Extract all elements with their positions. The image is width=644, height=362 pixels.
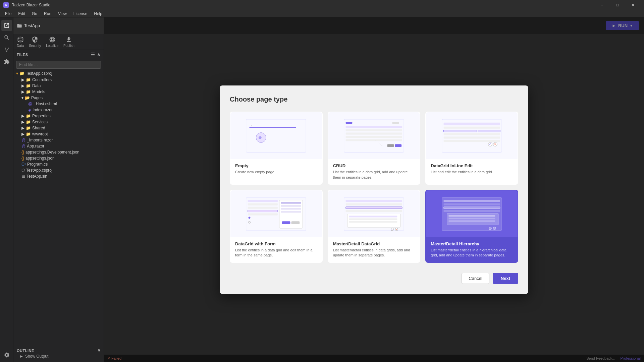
folder-icon: ▾ [16,71,18,76]
file-icon: ⬡ [21,168,25,173]
tree-item-host[interactable]: @ _Host.cshtml [13,101,104,107]
folder-open-icon: 📂 [25,96,30,100]
tree-label: Data [32,83,104,88]
svg-rect-28 [443,136,500,138]
menu-help[interactable]: Help [91,10,106,17]
card-preview-master-detail-hierarchy [426,190,518,237]
svg-rect-23 [443,123,500,125]
titlebar: R Radzen Blazor Studio − □ ✕ [0,0,644,10]
svg-rect-17 [346,136,402,138]
menu-edit[interactable]: Edit [15,10,29,17]
next-button[interactable]: Next [493,273,518,284]
toolbar-security-btn[interactable]: Security [29,36,41,48]
page-type-crud[interactable]: CRUD List the entities in a data grid, a… [328,112,421,185]
svg-point-72 [493,227,496,230]
activity-git[interactable] [1,44,12,55]
card-info-empty: Empty Create new empty page [230,159,322,179]
tree-item-services[interactable]: ▶ 📁 Services [13,119,104,125]
outline-title: OUTLINE [17,349,34,353]
svg-rect-68 [448,215,495,217]
svg-rect-26 [478,130,500,132]
chevron-right-icon: ▶ [21,77,24,82]
file-tree: ▾ 📁 TestApp.csproj + ▶ 📁 Controllers ▶ 📁… [13,70,104,179]
svg-rect-6 [246,119,306,153]
svg-rect-36 [248,203,278,205]
page-type-datagrid-inline[interactable]: ✓ ✕ DataGrid InLine Edit List and edit t… [425,112,518,185]
svg-rect-15 [346,129,402,131]
chevron-right-icon: ▶ [21,83,24,88]
card-desc-datagrid-form: List the entities in a data grid and edi… [235,248,317,258]
activity-bar [0,17,13,362]
collapse-icon[interactable]: ∧ [97,52,101,57]
folder-icon: 📁 [26,77,31,82]
chevron-right-icon: ▶ [21,126,24,130]
page-type-datagrid-form[interactable]: DataGrid with Form List the entities in … [230,190,323,263]
maximize-button[interactable]: □ [610,0,625,10]
folder-icon: 📁 [26,126,31,130]
svg-text:✕: ✕ [395,228,397,231]
page-type-master-detail-hierarchy[interactable]: Master/Detail Hierarchy List master/deta… [425,190,518,263]
activity-explorer[interactable] [1,20,12,31]
layout-icon[interactable]: ☰ [91,52,95,57]
tree-item-testapp-sln[interactable]: ▦ TestApp.sln [13,173,104,179]
toolbar-publish-label: Publish [63,44,74,48]
folder-icon: 📁 [26,83,31,88]
toolbar-publish-btn[interactable]: Publish [63,36,74,48]
page-type-empty[interactable]: + @ Empty Create new empty page [230,112,323,185]
tree-item-index[interactable]: ◈ Index.razor [13,107,104,113]
tree-label: TestApp.csproj [26,71,99,76]
tree-item-pages[interactable]: ▾ 📂 Pages [13,95,104,101]
tree-item-wwwroot[interactable]: ▶ 📁 wwwroot [13,131,104,137]
menu-file[interactable]: File [2,10,15,17]
menu-license[interactable]: License [70,10,91,17]
tree-item-appsettings[interactable]: {} appsettings.json [13,155,104,161]
file-icon: ◈ [28,108,31,112]
tree-item-imports[interactable]: @ _Imports.razor [13,137,104,143]
svg-rect-16 [346,132,402,134]
activity-settings[interactable] [1,350,12,360]
file-search-input[interactable] [16,61,101,69]
tree-label: Controllers [32,77,104,82]
tree-item-app[interactable]: @ App.razor [13,143,104,149]
show-output-btn[interactable]: ► Show Output [17,353,100,360]
tree-item-appsettings-dev[interactable]: {} appsettings.Development.json [13,149,104,155]
app-name-label: TestApp [24,23,40,28]
toolbar-localize-label: Localize [46,44,58,48]
file-icon: ▦ [21,174,25,179]
toolbar-localize-btn[interactable]: Localize [46,36,58,48]
menu-go[interactable]: Go [29,10,41,17]
tree-label: Pages [31,96,104,100]
card-info-datagrid-inline: DataGrid InLine Edit List and edit the e… [426,159,518,179]
outline-header[interactable]: OUTLINE ∨ [17,348,100,353]
tree-item-controllers[interactable]: ▶ 📁 Controllers [13,77,104,83]
activity-extensions[interactable] [1,56,12,67]
card-desc-empty: Create new empty page [235,170,317,175]
menu-view[interactable]: View [55,10,70,17]
card-info-datagrid-form: DataGrid with Form List the entities in … [230,237,322,262]
tree-item-testapp[interactable]: ▾ 📁 TestApp.csproj + [13,70,104,77]
svg-rect-42 [281,205,301,206]
toolbar-data-btn[interactable]: Data [17,36,24,48]
activity-search[interactable] [1,32,12,43]
tree-label: appsettings.json [25,156,104,161]
minimize-button[interactable]: − [594,0,610,10]
tree-item-program[interactable]: C• Program.cs [13,161,104,167]
tree-item-testapp-csproj[interactable]: ⬡ TestApp.csproj [13,167,104,173]
tree-item-shared[interactable]: ▶ 📁 Shared [13,125,104,131]
file-icon: @ [21,138,25,142]
tree-item-models[interactable]: ▶ 📁 Models [13,89,104,95]
tree-item-properties[interactable]: ▶ 📁 Properties [13,113,104,119]
tree-label: Shared [32,126,104,130]
svg-rect-57 [349,221,397,223]
cancel-button[interactable]: Cancel [462,273,489,284]
svg-rect-39 [248,213,278,215]
chevron-right-icon: ▶ [21,132,24,136]
menu-run[interactable]: Run [41,10,55,17]
tree-item-data[interactable]: ▶ 📁 Data [13,83,104,89]
svg-rect-13 [392,122,399,124]
page-type-master-detail-datagrid[interactable]: ✓ ✕ Master/Detail DataGrid List master/d… [328,190,421,263]
card-preview-empty: + @ [230,112,322,159]
svg-rect-25 [443,130,477,132]
svg-rect-27 [443,133,500,135]
close-button[interactable]: ✕ [625,0,641,10]
